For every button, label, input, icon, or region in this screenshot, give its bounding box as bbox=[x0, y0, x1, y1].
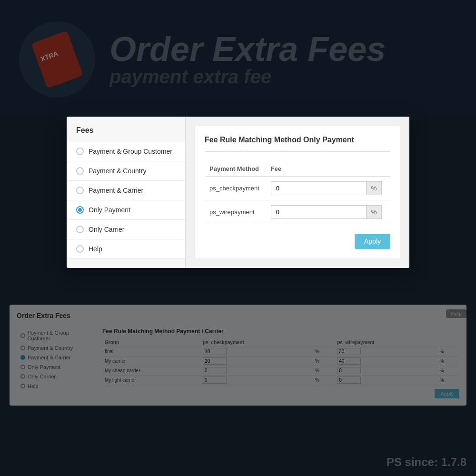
fee-unit-1: % bbox=[366, 205, 382, 219]
sidebar-header: Fees bbox=[67, 121, 185, 142]
sidebar-item-help[interactable]: Help bbox=[67, 239, 185, 259]
th-fee: Fee bbox=[266, 161, 390, 177]
radio-only-carrier bbox=[76, 226, 84, 233]
modal-overlay: Fees Payment & Group Customer Payment & … bbox=[0, 0, 476, 476]
th-payment-method: Payment Method bbox=[205, 161, 266, 177]
sidebar-label-payment-group-customer: Payment & Group Customer bbox=[89, 148, 172, 155]
fee-amount-cell-0: % bbox=[266, 177, 390, 200]
sidebar-item-payment-group-customer[interactable]: Payment & Group Customer bbox=[67, 142, 185, 161]
modal-main-content: Fee Rule Matching Method Only Payment Pa… bbox=[186, 117, 409, 268]
fee-input-0[interactable] bbox=[271, 181, 366, 195]
fee-table: Payment Method Fee ps_checkpayment%ps_wi… bbox=[205, 161, 390, 224]
sidebar-label-only-carrier: Only Carrier bbox=[89, 226, 124, 233]
apply-button[interactable]: Apply bbox=[355, 234, 390, 249]
fee-payment-method-1: ps_wirepayment bbox=[205, 200, 266, 224]
sidebar-item-payment-carrier[interactable]: Payment & Carrier bbox=[67, 181, 185, 200]
fee-row-1: ps_wirepayment% bbox=[205, 200, 390, 224]
fee-input-1[interactable] bbox=[271, 205, 366, 219]
radio-payment-group-customer bbox=[76, 148, 84, 155]
modal-content-inner: Fee Rule Matching Method Only Payment Pa… bbox=[195, 126, 400, 258]
fee-unit-0: % bbox=[366, 181, 382, 195]
radio-payment-country bbox=[76, 167, 84, 175]
fee-payment-method-0: ps_checkpayment bbox=[205, 177, 266, 200]
sidebar-label-only-payment: Only Payment bbox=[89, 206, 130, 214]
radio-help bbox=[76, 245, 84, 253]
radio-payment-carrier bbox=[76, 187, 84, 194]
sidebar-item-only-carrier[interactable]: Only Carrier bbox=[67, 220, 185, 239]
modal-sidebar: Fees Payment & Group Customer Payment & … bbox=[67, 117, 186, 268]
sidebar-item-payment-country[interactable]: Payment & Country bbox=[67, 161, 185, 181]
content-title: Fee Rule Matching Method Only Payment bbox=[205, 136, 390, 152]
radio-only-payment bbox=[76, 206, 84, 214]
fee-amount-cell-1: % bbox=[266, 200, 390, 224]
fee-row-0: ps_checkpayment% bbox=[205, 177, 390, 200]
sidebar-label-payment-country: Payment & Country bbox=[89, 167, 146, 175]
sidebar-item-only-payment[interactable]: Only Payment bbox=[67, 200, 185, 220]
sidebar-label-help: Help bbox=[89, 245, 102, 253]
modal-dialog: Fees Payment & Group Customer Payment & … bbox=[67, 117, 409, 268]
sidebar-label-payment-carrier: Payment & Carrier bbox=[89, 187, 143, 194]
